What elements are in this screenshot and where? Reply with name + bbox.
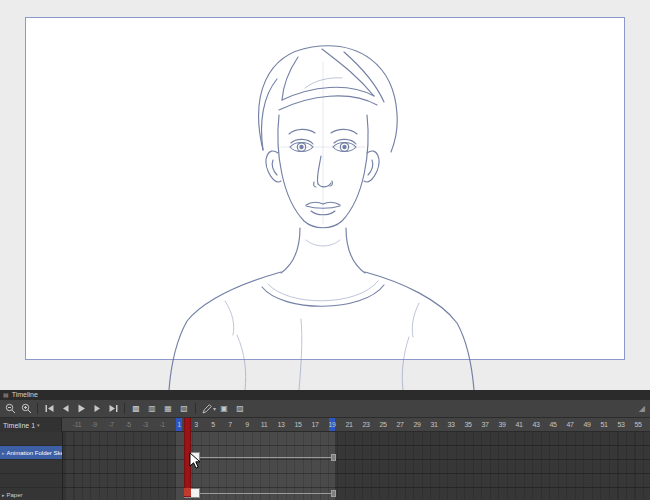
frame-number: 15	[290, 421, 306, 428]
zoom-out-icon[interactable]	[3, 402, 17, 415]
frame-number: 45	[545, 421, 561, 428]
track-row-paper[interactable]: ▸Paper	[0, 488, 62, 500]
frame-number: 53	[613, 421, 629, 428]
clip-duration-line	[200, 493, 332, 494]
frame-number: 27	[392, 421, 408, 428]
canvas-area	[0, 0, 650, 390]
frame-number: -7	[103, 421, 119, 428]
frame-number: 39	[494, 421, 510, 428]
mouse-cursor	[189, 452, 202, 470]
new-cel-icon[interactable]: ▣	[217, 402, 231, 415]
frame-number: -9	[86, 421, 102, 428]
panel-menu-icon[interactable]: ▤	[3, 390, 9, 400]
track-row-lines	[62, 432, 650, 500]
skip-start-icon[interactable]	[42, 402, 56, 415]
frame-number: 9	[239, 421, 255, 428]
frame-number: 7	[222, 421, 238, 428]
frame-number: 19	[324, 421, 340, 428]
frame-number: 11	[256, 421, 272, 428]
frame-number: 23	[358, 421, 374, 428]
timeline-ruler[interactable]: Timeline 1 ▾ -11-9-7-5-3-113579111315171…	[0, 418, 650, 432]
track-row-empty	[0, 460, 62, 474]
frame-number: -1	[154, 421, 170, 428]
track-label: Paper	[7, 492, 23, 498]
frame-number: 49	[579, 421, 595, 428]
drawing-canvas[interactable]	[25, 17, 625, 360]
frame-number: -3	[137, 421, 153, 428]
frame-number: -11	[69, 421, 85, 428]
toolbar-separator	[124, 403, 125, 414]
panel-title: Timeline	[12, 390, 38, 400]
timeline-panel-header: ▤ Timeline	[0, 390, 650, 400]
toolbar-separator	[37, 403, 38, 414]
frame-number: -5	[120, 421, 136, 428]
frame-number: 29	[409, 421, 425, 428]
loop-play-icon[interactable]: ▦	[161, 402, 175, 415]
play-icon[interactable]	[74, 402, 88, 415]
paper-layer-icon: ▸	[2, 492, 5, 498]
frame-number: 31	[426, 421, 442, 428]
track-label-column: ▸Animation Folder Sketches▸Paper	[0, 432, 63, 500]
edit-tool-icon[interactable]	[200, 402, 214, 415]
prev-frame-icon[interactable]	[58, 402, 72, 415]
skip-end-icon[interactable]	[106, 402, 120, 415]
timeline-name: Timeline 1	[3, 422, 35, 429]
timeline-tracks[interactable]: ▸Animation Folder Sketches▸Paper	[0, 432, 650, 500]
panel-corner-icon[interactable]: ◢	[639, 404, 648, 413]
frame-number: 43	[528, 421, 544, 428]
track-label: Animation Folder Sketches	[7, 450, 62, 456]
frame-number: 37	[477, 421, 493, 428]
track-row-empty	[0, 432, 62, 446]
clip-end-handle[interactable]	[331, 490, 336, 497]
folder-icon: ▸	[2, 450, 5, 456]
frame-number: 33	[443, 421, 459, 428]
frame-number: 13	[273, 421, 289, 428]
onion-skin-icon[interactable]: ▩	[129, 402, 143, 415]
frame-number: 35	[460, 421, 476, 428]
frame-number: 51	[596, 421, 612, 428]
chevron-down-icon[interactable]: ▾	[37, 422, 40, 428]
frame-number: 47	[562, 421, 578, 428]
timeline-name-cell[interactable]: Timeline 1 ▾	[0, 418, 62, 432]
frame-number: 41	[511, 421, 527, 428]
zoom-in-icon[interactable]	[19, 402, 33, 415]
frame-display-icon[interactable]: ▧	[177, 402, 191, 415]
clip-end-handle[interactable]	[331, 454, 336, 461]
dropdown-caret-icon[interactable]: ▾	[213, 405, 216, 412]
frame-number: 21	[341, 421, 357, 428]
track-row-empty	[0, 474, 62, 488]
timeline-panel: ▤ Timeline ▩▥▦▧▾▣▨ ◢ Timeline 1 ▾ -11-9-…	[0, 390, 650, 500]
animation-clip[interactable]	[184, 487, 336, 499]
timeline-toolbar: ▩▥▦▧▾▣▨ ◢	[0, 400, 650, 418]
cel-display-icon[interactable]: ▥	[145, 402, 159, 415]
clip-duration-line	[200, 457, 332, 458]
frame-number: 5	[205, 421, 221, 428]
toolbar-separator	[195, 403, 196, 414]
frame-number: 25	[375, 421, 391, 428]
toolbar-buttons: ▩▥▦▧▾▣▨	[2, 402, 248, 415]
animation-clip[interactable]	[184, 451, 336, 463]
track-row-animation-folder-sketches[interactable]: ▸Animation Folder Sketches	[0, 446, 62, 460]
delete-cel-icon[interactable]: ▨	[233, 402, 247, 415]
next-frame-icon[interactable]	[90, 402, 104, 415]
frame-number: 17	[307, 421, 323, 428]
frame-number: 55	[630, 421, 646, 428]
